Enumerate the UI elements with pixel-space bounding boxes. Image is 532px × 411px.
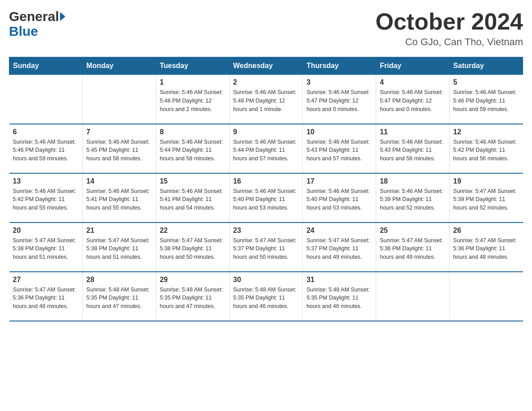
calendar-cell: 18Sunrise: 5:46 AM Sunset: 5:39 PM Dayli… (376, 173, 450, 223)
day-info: Sunrise: 5:46 AM Sunset: 5:39 PM Dayligh… (380, 187, 446, 212)
day-info: Sunrise: 5:46 AM Sunset: 5:43 PM Dayligh… (380, 138, 446, 163)
day-info: Sunrise: 5:47 AM Sunset: 5:38 PM Dayligh… (13, 236, 79, 261)
calendar-header-row: SundayMondayTuesdayWednesdayThursdayFrid… (9, 57, 523, 75)
day-info: Sunrise: 5:47 AM Sunset: 5:38 PM Dayligh… (160, 236, 226, 261)
calendar-cell: 1Sunrise: 5:46 AM Sunset: 5:48 PM Daylig… (156, 75, 229, 124)
calendar-cell: 31Sunrise: 5:48 AM Sunset: 5:35 PM Dayli… (303, 272, 376, 321)
calendar-cell: 22Sunrise: 5:47 AM Sunset: 5:38 PM Dayli… (156, 223, 229, 272)
calendar-cell (376, 272, 450, 321)
day-info: Sunrise: 5:47 AM Sunset: 5:36 PM Dayligh… (453, 236, 519, 261)
day-info: Sunrise: 5:46 AM Sunset: 5:42 PM Dayligh… (13, 187, 79, 212)
day-info: Sunrise: 5:46 AM Sunset: 5:46 PM Dayligh… (13, 138, 79, 163)
calendar-cell (9, 75, 83, 124)
day-number: 22 (160, 227, 226, 235)
calendar-cell: 17Sunrise: 5:46 AM Sunset: 5:40 PM Dayli… (303, 173, 376, 223)
page-subtitle: Co GJo, Can Tho, Vietnam (376, 36, 523, 48)
calendar-cell: 5Sunrise: 5:46 AM Sunset: 5:46 PM Daylig… (450, 75, 523, 124)
logo-arrow-icon (60, 12, 65, 21)
day-number: 24 (306, 227, 372, 235)
calendar-cell: 23Sunrise: 5:47 AM Sunset: 5:37 PM Dayli… (229, 223, 303, 272)
page-title: October 2024 (376, 9, 523, 34)
logo-blue-text: Blue (9, 24, 38, 39)
day-info: Sunrise: 5:46 AM Sunset: 5:40 PM Dayligh… (306, 187, 372, 212)
calendar-cell: 30Sunrise: 5:48 AM Sunset: 5:35 PM Dayli… (229, 272, 303, 321)
calendar-cell: 28Sunrise: 5:48 AM Sunset: 5:35 PM Dayli… (82, 272, 156, 321)
day-header-wednesday: Wednesday (229, 57, 303, 75)
calendar-cell: 16Sunrise: 5:46 AM Sunset: 5:40 PM Dayli… (229, 173, 303, 223)
day-info: Sunrise: 5:47 AM Sunset: 5:39 PM Dayligh… (453, 187, 519, 212)
title-block: October 2024 Co GJo, Can Tho, Vietnam (376, 9, 523, 48)
day-number: 25 (380, 227, 446, 235)
day-number: 23 (233, 227, 299, 235)
day-number: 14 (86, 177, 152, 185)
calendar-cell: 2Sunrise: 5:46 AM Sunset: 5:48 PM Daylig… (229, 75, 303, 124)
day-info: Sunrise: 5:46 AM Sunset: 5:40 PM Dayligh… (233, 187, 299, 212)
day-info: Sunrise: 5:47 AM Sunset: 5:37 PM Dayligh… (306, 236, 372, 261)
day-number: 31 (306, 276, 372, 284)
logo-general-text: General (9, 9, 59, 24)
calendar-cell: 10Sunrise: 5:46 AM Sunset: 5:43 PM Dayli… (303, 124, 376, 173)
calendar-week-row: 6Sunrise: 5:46 AM Sunset: 5:46 PM Daylig… (9, 124, 523, 173)
day-number: 17 (306, 177, 372, 185)
calendar-cell: 7Sunrise: 5:46 AM Sunset: 5:45 PM Daylig… (82, 124, 156, 173)
calendar-cell: 29Sunrise: 5:48 AM Sunset: 5:35 PM Dayli… (156, 272, 229, 321)
calendar-cell: 11Sunrise: 5:46 AM Sunset: 5:43 PM Dayli… (376, 124, 450, 173)
day-header-friday: Friday (376, 57, 450, 75)
calendar-cell: 6Sunrise: 5:46 AM Sunset: 5:46 PM Daylig… (9, 124, 83, 173)
calendar-cell: 14Sunrise: 5:46 AM Sunset: 5:41 PM Dayli… (82, 173, 156, 223)
calendar-week-row: 20Sunrise: 5:47 AM Sunset: 5:38 PM Dayli… (9, 223, 523, 272)
day-number: 7 (86, 128, 152, 136)
day-number: 13 (13, 177, 79, 185)
day-number: 10 (306, 128, 372, 136)
calendar-cell: 27Sunrise: 5:47 AM Sunset: 5:36 PM Dayli… (9, 272, 83, 321)
day-header-sunday: Sunday (9, 57, 83, 75)
calendar-cell: 13Sunrise: 5:46 AM Sunset: 5:42 PM Dayli… (9, 173, 83, 223)
page-header: General Blue October 2024 Co GJo, Can Th… (9, 9, 523, 48)
calendar-cell: 3Sunrise: 5:46 AM Sunset: 5:47 PM Daylig… (303, 75, 376, 124)
calendar-cell: 20Sunrise: 5:47 AM Sunset: 5:38 PM Dayli… (9, 223, 83, 272)
calendar-cell: 4Sunrise: 5:46 AM Sunset: 5:47 PM Daylig… (376, 75, 450, 124)
day-info: Sunrise: 5:46 AM Sunset: 5:41 PM Dayligh… (86, 187, 152, 212)
day-info: Sunrise: 5:48 AM Sunset: 5:35 PM Dayligh… (306, 286, 372, 311)
day-number: 21 (86, 227, 152, 235)
day-number: 20 (13, 227, 79, 235)
calendar-cell: 8Sunrise: 5:46 AM Sunset: 5:44 PM Daylig… (156, 124, 229, 173)
day-number: 11 (380, 128, 446, 136)
calendar-week-row: 13Sunrise: 5:46 AM Sunset: 5:42 PM Dayli… (9, 173, 523, 223)
day-info: Sunrise: 5:46 AM Sunset: 5:44 PM Dayligh… (160, 138, 226, 163)
day-info: Sunrise: 5:46 AM Sunset: 5:42 PM Dayligh… (453, 138, 519, 163)
calendar-cell: 24Sunrise: 5:47 AM Sunset: 5:37 PM Dayli… (303, 223, 376, 272)
day-info: Sunrise: 5:48 AM Sunset: 5:35 PM Dayligh… (86, 286, 152, 311)
day-info: Sunrise: 5:47 AM Sunset: 5:36 PM Dayligh… (380, 236, 446, 261)
day-number: 12 (453, 128, 519, 136)
day-number: 2 (233, 78, 299, 86)
day-number: 1 (160, 78, 226, 86)
day-number: 30 (233, 276, 299, 284)
day-number: 16 (233, 177, 299, 185)
day-number: 9 (233, 128, 299, 136)
day-info: Sunrise: 5:48 AM Sunset: 5:35 PM Dayligh… (160, 286, 226, 311)
day-info: Sunrise: 5:46 AM Sunset: 5:48 PM Dayligh… (233, 88, 299, 113)
day-info: Sunrise: 5:47 AM Sunset: 5:38 PM Dayligh… (86, 236, 152, 261)
day-info: Sunrise: 5:48 AM Sunset: 5:35 PM Dayligh… (233, 286, 299, 311)
calendar-cell (450, 272, 523, 321)
day-number: 18 (380, 177, 446, 185)
day-number: 15 (160, 177, 226, 185)
calendar-cell (82, 75, 156, 124)
day-header-saturday: Saturday (450, 57, 523, 75)
calendar-cell: 19Sunrise: 5:47 AM Sunset: 5:39 PM Dayli… (450, 173, 523, 223)
day-info: Sunrise: 5:46 AM Sunset: 5:47 PM Dayligh… (306, 88, 372, 113)
day-number: 27 (13, 276, 79, 284)
day-number: 3 (306, 78, 372, 86)
day-number: 26 (453, 227, 519, 235)
day-header-monday: Monday (82, 57, 156, 75)
day-number: 28 (86, 276, 152, 284)
calendar-cell: 25Sunrise: 5:47 AM Sunset: 5:36 PM Dayli… (376, 223, 450, 272)
day-number: 8 (160, 128, 226, 136)
day-info: Sunrise: 5:47 AM Sunset: 5:36 PM Dayligh… (13, 286, 79, 311)
calendar-week-row: 1Sunrise: 5:46 AM Sunset: 5:48 PM Daylig… (9, 75, 523, 124)
day-number: 19 (453, 177, 519, 185)
day-info: Sunrise: 5:46 AM Sunset: 5:44 PM Dayligh… (233, 138, 299, 163)
day-info: Sunrise: 5:46 AM Sunset: 5:48 PM Dayligh… (160, 88, 226, 113)
day-info: Sunrise: 5:47 AM Sunset: 5:37 PM Dayligh… (233, 236, 299, 261)
